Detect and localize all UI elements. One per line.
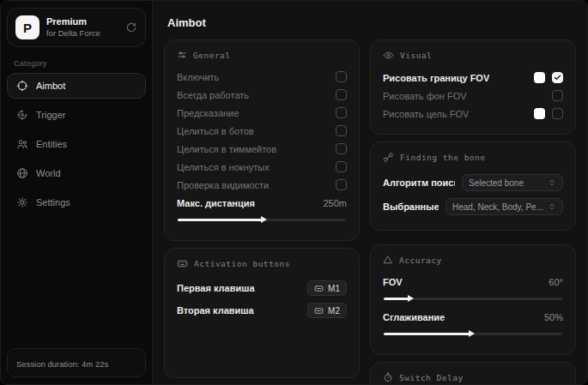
sidebar-item-trigger[interactable]: Trigger (7, 102, 146, 128)
sidebar-item-entities[interactable]: Entities (7, 131, 146, 157)
sidebar-item-world[interactable]: World (7, 160, 146, 186)
max-distance-row: Макс. дистанция 250m (177, 194, 347, 212)
row-label: Рисовать фон FOV (383, 91, 467, 101)
row-label: Целиться в ботов (177, 126, 254, 136)
finding-the-bone-card: Finding the bone Алгоритм поиска кости S… (370, 141, 576, 231)
visibility-check-checkbox[interactable] (336, 179, 347, 190)
keybind-row-first: Первая клавиша M1 (177, 277, 347, 299)
fov-slider[interactable] (384, 294, 562, 303)
crosshair-icon (16, 80, 28, 92)
row-controls (534, 72, 563, 83)
second-key-bind-button[interactable]: M2 (307, 303, 347, 318)
selected-value: Selected bone (469, 178, 524, 188)
fov-border-color-swatch[interactable] (534, 72, 545, 83)
draw-fov-border-checkbox[interactable] (552, 72, 563, 83)
row-label: Всегда работать (177, 90, 249, 100)
main-panel: Aimbot General Включить Всегда работать (152, 1, 587, 384)
checkbox-row-prediction: Предсказание (177, 104, 347, 122)
slider-fill (384, 333, 470, 335)
general-header: General (177, 50, 347, 60)
brand-card: P Premium for Delta Force (7, 8, 146, 47)
target-teammates-checkbox[interactable] (336, 143, 347, 154)
triangle-icon (383, 255, 393, 265)
keybind-row-second: Вторая клавиша M2 (177, 299, 347, 322)
refresh-icon[interactable] (125, 21, 137, 33)
chevron-up-down-icon (548, 202, 556, 211)
fov-row: FOV 60° (383, 273, 563, 291)
content-columns: General Включить Всегда работать Предска… (164, 39, 576, 378)
bone-algorithm-row: Алгоритм поиска кости Selected bone (383, 171, 563, 195)
app-title: Premium (46, 16, 118, 28)
section-title: Switch Delay (399, 373, 464, 382)
general-card: General Включить Всегда работать Предска… (164, 39, 360, 241)
smoothing-slider[interactable] (384, 329, 562, 338)
target-bots-checkbox[interactable] (336, 125, 347, 136)
sidebar: P Premium for Delta Force Category Aimbo… (1, 1, 152, 384)
checkbox-row-always-work: Всегда работать (177, 86, 347, 104)
row-label: Предсказание (177, 108, 239, 118)
trigger-icon (16, 109, 28, 121)
eye-icon (383, 50, 394, 61)
target-knocked-checkbox[interactable] (336, 161, 347, 172)
section-title: Activation buttons (194, 259, 290, 268)
chevron-up-down-icon (548, 178, 556, 187)
visual-card: Visual Рисовать границу FOV Рисовать фон… (370, 39, 576, 135)
brand-text: Premium for Delta Force (46, 16, 118, 39)
selected-bones-row: Выбранные кости Head, Neck, Body, Pe... (383, 195, 563, 219)
right-column: Visual Рисовать границу FOV Рисовать фон… (370, 39, 576, 384)
max-distance-slider[interactable] (178, 215, 346, 224)
row-label: Целиться в нокнутых (177, 162, 270, 172)
checkbox-row-enable: Включить (177, 68, 347, 86)
section-title: Visual (400, 51, 432, 60)
row-label: Вторая клавиша (177, 305, 254, 316)
keyboard-icon (314, 284, 324, 293)
accuracy-header: Accuracy (383, 255, 563, 265)
sliders-icon (177, 50, 187, 60)
visual-header: Visual (383, 50, 563, 61)
sidebar-item-settings[interactable]: Settings (7, 189, 146, 215)
sidebar-item-aimbot[interactable]: Aimbot (7, 73, 146, 99)
keyboard-icon (177, 258, 188, 269)
slider-fill (178, 219, 262, 221)
draw-fov-background-row: Рисовать фон FOV (383, 87, 563, 105)
prediction-checkbox[interactable] (336, 107, 347, 118)
fov-target-color-swatch[interactable] (534, 108, 545, 119)
keybind-value: M1 (328, 284, 340, 293)
row-controls (552, 90, 563, 101)
gear-icon (16, 196, 28, 208)
enable-checkbox[interactable] (336, 71, 347, 82)
session-duration-text: Session duration: 4m 22s (16, 359, 108, 369)
first-key-bind-button[interactable]: M1 (307, 280, 347, 296)
row-label: Проверка видимости (177, 180, 269, 190)
keyboard-icon (314, 306, 324, 316)
row-label: Макс. дистанция (177, 198, 255, 208)
smoothing-row: Сглаживание 50% (383, 308, 563, 326)
sidebar-item-label: Aimbot (36, 81, 65, 91)
bone-header: Finding the bone (383, 152, 563, 163)
smoothing-value: 50% (544, 312, 563, 322)
checkbox-row-target-teammates: Целиться в тиммейтов (177, 140, 347, 158)
draw-fov-target-checkbox[interactable] (552, 108, 563, 119)
keybind-value: M2 (328, 306, 340, 316)
left-column: General Включить Всегда работать Предска… (164, 39, 360, 378)
switch-delay-card: Switch Delay Задержка переключения Задер… (370, 362, 576, 384)
sidebar-item-label: Trigger (36, 110, 65, 120)
category-label: Category (14, 59, 146, 68)
globe-icon (16, 167, 28, 179)
always-work-checkbox[interactable] (336, 89, 347, 100)
row-label: Выбранные кости (383, 202, 439, 212)
activation-header: Activation buttons (177, 258, 347, 269)
bone-algorithm-select[interactable]: Selected bone (462, 174, 563, 191)
fov-value: 60° (549, 277, 563, 287)
section-title: General (193, 51, 231, 60)
row-controls (534, 108, 563, 119)
selected-bones-select[interactable]: Head, Neck, Body, Pe... (446, 198, 563, 215)
row-label: Целиться в тиммейтов (177, 144, 276, 154)
row-label: Сглаживание (383, 312, 445, 322)
app-subtitle: for Delta Force (46, 28, 118, 39)
checkbox-row-target-bots: Целиться в ботов (177, 122, 347, 140)
page-title: Aimbot (167, 16, 576, 29)
sidebar-item-label: Settings (36, 197, 70, 208)
sidebar-item-label: Entities (36, 139, 67, 149)
draw-fov-background-checkbox[interactable] (552, 90, 563, 101)
